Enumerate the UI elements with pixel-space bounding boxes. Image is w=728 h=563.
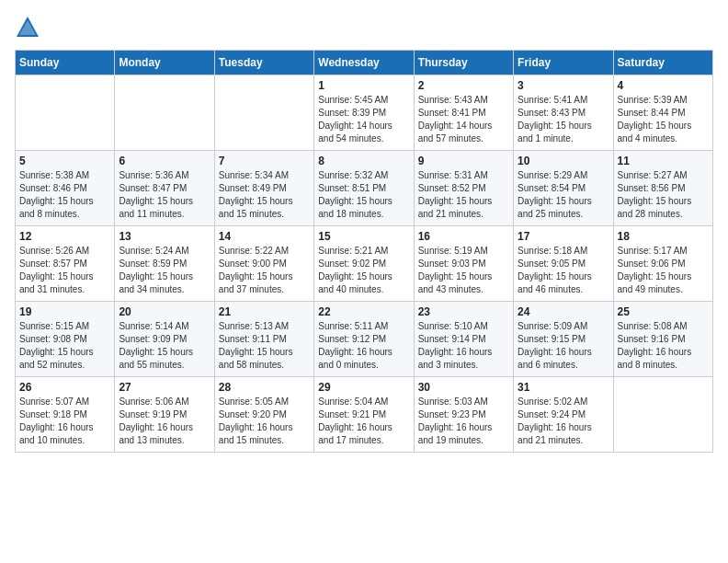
day-number: 1 [318,79,409,92]
day-number: 26 [19,381,110,394]
day-info: Sunrise: 5:43 AM Sunset: 8:41 PM Dayligh… [418,94,509,145]
day-info: Sunrise: 5:26 AM Sunset: 8:57 PM Dayligh… [19,245,110,296]
day-number: 13 [119,230,210,243]
day-cell: 14Sunrise: 5:22 AM Sunset: 9:00 PM Dayli… [214,226,313,302]
day-info: Sunrise: 5:06 AM Sunset: 9:19 PM Dayligh… [119,396,210,447]
day-info: Sunrise: 5:32 AM Sunset: 8:51 PM Dayligh… [318,169,409,221]
day-cell: 1Sunrise: 5:45 AM Sunset: 8:39 PM Daylig… [314,75,414,151]
day-number: 20 [119,305,210,318]
day-number: 24 [518,305,609,318]
day-number: 30 [418,381,509,394]
day-number: 3 [518,79,609,92]
week-row-1: 1Sunrise: 5:45 AM Sunset: 8:39 PM Daylig… [16,75,713,151]
header [15,15,713,40]
day-info: Sunrise: 5:31 AM Sunset: 8:52 PM Dayligh… [418,169,509,221]
day-cell [214,75,313,151]
week-row-3: 12Sunrise: 5:26 AM Sunset: 8:57 PM Dayli… [16,226,713,302]
day-cell: 2Sunrise: 5:43 AM Sunset: 8:41 PM Daylig… [414,75,513,151]
day-number: 23 [418,305,509,318]
day-info: Sunrise: 5:39 AM Sunset: 8:44 PM Dayligh… [618,94,709,145]
day-number: 4 [618,79,709,92]
day-cell: 6Sunrise: 5:36 AM Sunset: 8:47 PM Daylig… [115,151,214,226]
day-info: Sunrise: 5:41 AM Sunset: 8:43 PM Dayligh… [518,94,609,145]
day-info: Sunrise: 5:03 AM Sunset: 9:23 PM Dayligh… [418,396,509,447]
day-headers-row: SundayMondayTuesdayWednesdayThursdayFrid… [16,51,713,75]
day-number: 9 [418,155,509,167]
col-header-thursday: Thursday [414,51,513,75]
day-cell: 18Sunrise: 5:17 AM Sunset: 9:06 PM Dayli… [613,226,712,302]
day-info: Sunrise: 5:14 AM Sunset: 9:09 PM Dayligh… [119,320,210,372]
day-cell: 9Sunrise: 5:31 AM Sunset: 8:52 PM Daylig… [414,151,513,226]
day-info: Sunrise: 5:24 AM Sunset: 8:59 PM Dayligh… [119,245,210,296]
logo [15,15,44,40]
day-info: Sunrise: 5:13 AM Sunset: 9:11 PM Dayligh… [219,320,310,372]
day-info: Sunrise: 5:29 AM Sunset: 8:54 PM Dayligh… [518,169,609,221]
day-cell [115,75,214,151]
day-number: 22 [318,305,409,318]
day-number: 25 [618,305,709,318]
day-info: Sunrise: 5:08 AM Sunset: 9:16 PM Dayligh… [618,320,709,372]
col-header-tuesday: Tuesday [214,51,313,75]
day-cell: 8Sunrise: 5:32 AM Sunset: 8:51 PM Daylig… [314,151,414,226]
day-info: Sunrise: 5:05 AM Sunset: 9:20 PM Dayligh… [219,396,310,447]
day-cell: 13Sunrise: 5:24 AM Sunset: 8:59 PM Dayli… [115,226,214,302]
day-number: 7 [219,155,310,167]
day-info: Sunrise: 5:22 AM Sunset: 9:00 PM Dayligh… [219,245,310,296]
day-cell: 23Sunrise: 5:10 AM Sunset: 9:14 PM Dayli… [414,302,513,377]
day-info: Sunrise: 5:38 AM Sunset: 8:46 PM Dayligh… [19,169,110,221]
day-cell: 30Sunrise: 5:03 AM Sunset: 9:23 PM Dayli… [414,377,513,453]
col-header-saturday: Saturday [613,51,712,75]
day-cell: 17Sunrise: 5:18 AM Sunset: 9:05 PM Dayli… [514,226,613,302]
day-cell: 27Sunrise: 5:06 AM Sunset: 9:19 PM Dayli… [115,377,214,453]
day-cell: 3Sunrise: 5:41 AM Sunset: 8:43 PM Daylig… [514,75,613,151]
day-info: Sunrise: 5:18 AM Sunset: 9:05 PM Dayligh… [518,245,609,296]
day-cell: 28Sunrise: 5:05 AM Sunset: 9:20 PM Dayli… [214,377,313,453]
day-cell: 22Sunrise: 5:11 AM Sunset: 9:12 PM Dayli… [314,302,414,377]
calendar-table: SundayMondayTuesdayWednesdayThursdayFrid… [15,50,713,453]
day-number: 14 [219,230,310,243]
week-row-4: 19Sunrise: 5:15 AM Sunset: 9:08 PM Dayli… [16,302,713,377]
day-number: 2 [418,79,509,92]
day-cell: 21Sunrise: 5:13 AM Sunset: 9:11 PM Dayli… [214,302,313,377]
week-row-5: 26Sunrise: 5:07 AM Sunset: 9:18 PM Dayli… [16,377,713,453]
day-cell: 10Sunrise: 5:29 AM Sunset: 8:54 PM Dayli… [514,151,613,226]
day-number: 27 [119,381,210,394]
day-number: 10 [518,155,609,167]
day-number: 15 [318,230,409,243]
day-cell: 25Sunrise: 5:08 AM Sunset: 9:16 PM Dayli… [613,302,712,377]
day-info: Sunrise: 5:34 AM Sunset: 8:49 PM Dayligh… [219,169,310,221]
day-info: Sunrise: 5:19 AM Sunset: 9:03 PM Dayligh… [418,245,509,296]
col-header-monday: Monday [115,51,214,75]
day-number: 28 [219,381,310,394]
day-number: 19 [19,305,110,318]
day-number: 29 [318,381,409,394]
day-number: 6 [119,155,210,167]
col-header-wednesday: Wednesday [314,51,414,75]
logo-icon [15,15,40,40]
col-header-friday: Friday [514,51,613,75]
day-number: 11 [618,155,709,167]
day-number: 31 [518,381,609,394]
day-cell: 15Sunrise: 5:21 AM Sunset: 9:02 PM Dayli… [314,226,414,302]
day-info: Sunrise: 5:36 AM Sunset: 8:47 PM Dayligh… [119,169,210,221]
day-cell: 20Sunrise: 5:14 AM Sunset: 9:09 PM Dayli… [115,302,214,377]
day-number: 17 [518,230,609,243]
day-cell: 24Sunrise: 5:09 AM Sunset: 9:15 PM Dayli… [514,302,613,377]
col-header-sunday: Sunday [16,51,115,75]
day-cell: 5Sunrise: 5:38 AM Sunset: 8:46 PM Daylig… [16,151,115,226]
day-cell: 4Sunrise: 5:39 AM Sunset: 8:44 PM Daylig… [613,75,712,151]
day-info: Sunrise: 5:10 AM Sunset: 9:14 PM Dayligh… [418,320,509,372]
day-number: 8 [318,155,409,167]
day-info: Sunrise: 5:04 AM Sunset: 9:21 PM Dayligh… [318,396,409,447]
day-info: Sunrise: 5:09 AM Sunset: 9:15 PM Dayligh… [518,320,609,372]
day-info: Sunrise: 5:02 AM Sunset: 9:24 PM Dayligh… [518,396,609,447]
day-info: Sunrise: 5:07 AM Sunset: 9:18 PM Dayligh… [19,396,110,447]
day-info: Sunrise: 5:15 AM Sunset: 9:08 PM Dayligh… [19,320,110,372]
day-cell [613,377,712,453]
week-row-2: 5Sunrise: 5:38 AM Sunset: 8:46 PM Daylig… [16,151,713,226]
day-info: Sunrise: 5:27 AM Sunset: 8:56 PM Dayligh… [618,169,709,221]
day-cell: 29Sunrise: 5:04 AM Sunset: 9:21 PM Dayli… [314,377,414,453]
day-cell: 7Sunrise: 5:34 AM Sunset: 8:49 PM Daylig… [214,151,313,226]
day-info: Sunrise: 5:11 AM Sunset: 9:12 PM Dayligh… [318,320,409,372]
day-number: 18 [618,230,709,243]
